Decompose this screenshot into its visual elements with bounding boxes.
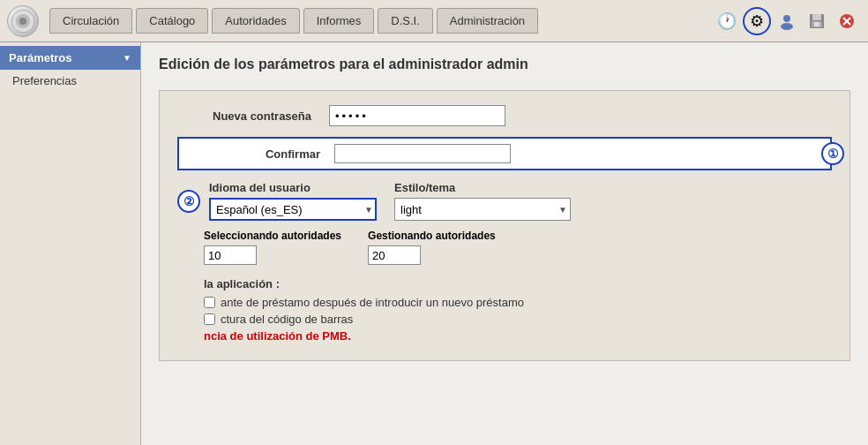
tab-catalogo[interactable]: Catálogo xyxy=(136,8,208,34)
lang-select[interactable]: Arabic (ar) Brasilian português (pt_BR) … xyxy=(209,198,377,221)
confirm-row: Confirmar ① xyxy=(177,137,832,170)
numbers-section: Seleccionando autoridades Gestionando au… xyxy=(204,230,832,265)
badge-1: ① xyxy=(821,142,844,165)
num-group-1: Seleccionando autoridades xyxy=(204,230,341,265)
app-logo xyxy=(7,5,39,37)
tab-informes[interactable]: Informes xyxy=(303,8,375,34)
lang-select-group: Idioma del usuario Arabic (ar) Brasilian… xyxy=(209,181,377,221)
sidebar-header-parametros[interactable]: Parámetros ▼ xyxy=(0,46,140,70)
main-layout: Parámetros ▼ Preferencias Edición de los… xyxy=(0,42,868,445)
lang-select-wrapper: Arabic (ar) Brasilian português (pt_BR) … xyxy=(209,198,377,221)
num-input-1[interactable] xyxy=(204,245,257,265)
confirm-label: Confirmar xyxy=(186,147,327,161)
lang-label: Idioma del usuario xyxy=(209,181,377,194)
form-container: Nueva contraseña Confirmar ① ② Idioma de… xyxy=(159,90,850,361)
badge-2: ② xyxy=(177,190,200,213)
tab-circulacion[interactable]: Circulación xyxy=(49,8,132,34)
sidebar-header-label: Parámetros xyxy=(9,51,72,64)
svg-point-4 xyxy=(781,23,793,30)
tab-administracion[interactable]: Administración xyxy=(437,8,538,34)
app-item-2: ctura del código de barras xyxy=(204,313,832,326)
num-group-2: Gestionando autoridades xyxy=(368,230,496,265)
theme-select[interactable]: light dark classic xyxy=(394,198,571,221)
num-label-1: Seleccionando autoridades xyxy=(204,230,341,242)
app-item-2-text: ctura del código de barras xyxy=(221,313,353,326)
svg-point-3 xyxy=(783,15,790,22)
close-icon[interactable] xyxy=(833,7,861,35)
tab-autoridades[interactable]: Autoridades xyxy=(212,8,299,34)
clock-icon[interactable]: 🕐 xyxy=(713,7,741,35)
sidebar: Parámetros ▼ Preferencias xyxy=(0,42,141,445)
tab-dsi[interactable]: D.S.I. xyxy=(378,8,433,34)
app-checkbox-1[interactable] xyxy=(204,297,215,308)
chevron-down-icon: ▼ xyxy=(123,53,131,63)
password-row: Nueva contraseña xyxy=(177,105,832,126)
app-section: la aplicación : ante de préstamo después… xyxy=(204,277,832,343)
save-icon[interactable] xyxy=(803,7,831,35)
theme-label: Estilo/tema xyxy=(394,181,571,194)
person-icon[interactable] xyxy=(773,7,801,35)
app-section-title: la aplicación : xyxy=(204,277,832,290)
gear-icon[interactable]: ⚙ xyxy=(743,7,771,35)
app-item-1-text: ante de préstamo después de introducir u… xyxy=(221,296,524,309)
num-input-2[interactable] xyxy=(368,245,421,265)
top-icons: 🕐 ⚙ xyxy=(713,7,861,35)
app-item-3: ncia de utilización de PMB. xyxy=(204,329,832,343)
svg-rect-8 xyxy=(814,22,819,26)
selects-row: ② Idioma del usuario Arabic (ar) Brasili… xyxy=(177,181,832,221)
confirm-input[interactable] xyxy=(334,144,511,163)
theme-select-wrapper: light dark classic ▼ xyxy=(394,198,571,221)
sidebar-item-preferencias[interactable]: Preferencias xyxy=(0,70,140,92)
app-item-3-red-text: ncia de utilización de PMB. xyxy=(204,329,351,343)
content-area: Edición de los parámetros para el admini… xyxy=(141,42,868,445)
app-checkbox-2[interactable] xyxy=(204,313,215,325)
svg-point-2 xyxy=(19,18,26,25)
password-label: Nueva contraseña xyxy=(177,109,318,123)
page-title: Edición de los parámetros para el admini… xyxy=(159,57,850,72)
app-item-1: ante de préstamo después de introducir u… xyxy=(204,296,832,309)
theme-select-group: Estilo/tema light dark classic ▼ xyxy=(394,181,571,221)
password-input[interactable] xyxy=(329,105,505,126)
svg-rect-6 xyxy=(812,14,821,20)
num-label-2: Gestionando autoridades xyxy=(368,230,496,242)
top-bar: Circulación Catálogo Autoridades Informe… xyxy=(0,0,868,42)
